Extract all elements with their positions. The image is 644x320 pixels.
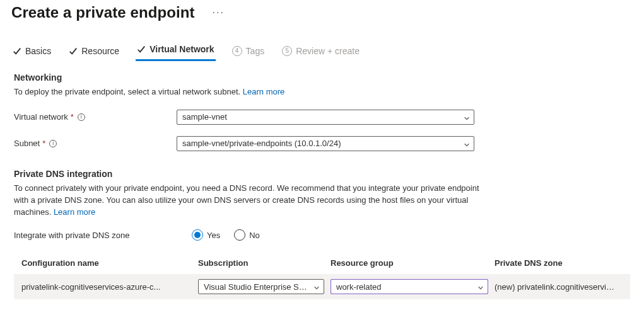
tab-basics-label: Basics [25, 46, 51, 56]
radio-outer-icon [234, 229, 245, 241]
tab-review-create-label: Review + create [296, 46, 360, 56]
check-icon [137, 45, 146, 54]
radio-inner-icon [194, 232, 201, 238]
subnet-value: sample-vnet/private-endpoints (10.0.1.0/… [182, 139, 341, 148]
page-title: Create a private endpoint [11, 4, 195, 21]
cell-private-dns-zone: (new) privatelink.cognitiveservices.az..… [495, 282, 623, 292]
th-private-dns-zone: Private DNS zone [495, 258, 623, 268]
integrate-dns-label: Integrate with private DNS zone [14, 231, 192, 240]
required-icon: * [42, 139, 45, 148]
cell-subscription-select[interactable]: Visual Studio Enterprise Subscrip… [198, 279, 324, 294]
chevron-down-icon [477, 283, 484, 290]
check-icon [13, 47, 21, 55]
integrate-dns-no-label: No [249, 231, 260, 240]
subnet-label-text: Subnet [14, 139, 40, 148]
tab-basics[interactable]: Basics [11, 43, 52, 61]
subnet-label: Subnet * i [14, 139, 177, 148]
cell-resource-group-select[interactable]: work-related [331, 279, 488, 294]
info-icon[interactable]: i [78, 113, 85, 121]
th-config-name: Configuration name [21, 258, 198, 268]
tab-review-create[interactable]: 5 Review + create [281, 43, 361, 61]
tab-resource[interactable]: Resource [67, 43, 120, 61]
integrate-dns-no-radio[interactable]: No [234, 229, 260, 241]
virtual-network-value: sample-vnet [182, 112, 227, 122]
table-row: privatelink-cognitiveservices-azure-c...… [14, 274, 630, 299]
networking-description: To deploy the private endpoint, select a… [14, 86, 493, 98]
radio-outer-icon [192, 229, 203, 241]
tab-resource-label: Resource [81, 46, 119, 56]
chevron-down-icon [464, 140, 470, 147]
chevron-down-icon [313, 283, 320, 290]
step-number-icon: 5 [282, 46, 292, 56]
integrate-dns-radio-group: Yes No [192, 229, 260, 241]
cell-resource-group-value: work-related [336, 282, 392, 292]
virtual-network-select[interactable]: sample-vnet [177, 110, 474, 125]
dns-zones-table: Configuration name Subscription Resource… [14, 252, 630, 299]
virtual-network-label: Virtual network * i [14, 112, 177, 122]
cell-config-name: privatelink-cognitiveservices-azure-c... [21, 282, 198, 292]
dns-description: To connect privately with your private e… [14, 183, 493, 219]
networking-description-text: To deploy the private endpoint, select a… [14, 87, 240, 96]
integrate-dns-yes-radio[interactable]: Yes [192, 229, 220, 241]
required-icon: * [71, 112, 74, 122]
subnet-select[interactable]: sample-vnet/private-endpoints (10.0.1.0/… [177, 136, 474, 151]
tab-virtual-network-label: Virtual Network [149, 44, 214, 54]
more-menu-icon[interactable]: ··· [213, 8, 225, 18]
th-subscription: Subscription [198, 258, 331, 268]
integrate-dns-yes-label: Yes [207, 231, 220, 240]
th-resource-group: Resource group [331, 258, 495, 268]
networking-learn-more-link[interactable]: Learn more [243, 87, 284, 96]
info-icon[interactable]: i [49, 140, 57, 147]
virtual-network-label-text: Virtual network [14, 112, 68, 122]
tab-tags[interactable]: 4 Tags [231, 43, 266, 61]
cell-subscription-value: Visual Studio Enterprise Subscrip… [204, 282, 319, 292]
tab-virtual-network[interactable]: Virtual Network [136, 42, 215, 61]
wizard-tabs: Basics Resource Virtual Network 4 Tags 5… [0, 26, 644, 61]
tab-tags-label: Tags [246, 46, 265, 56]
step-number-icon: 4 [232, 46, 242, 56]
check-icon [69, 47, 78, 55]
dns-learn-more-link[interactable]: Learn more [54, 207, 95, 217]
chevron-down-icon [464, 114, 470, 120]
dns-heading: Private DNS integration [14, 169, 630, 179]
integrate-dns-label-text: Integrate with private DNS zone [14, 231, 130, 240]
networking-heading: Networking [14, 72, 630, 83]
table-header-row: Configuration name Subscription Resource… [14, 252, 630, 274]
